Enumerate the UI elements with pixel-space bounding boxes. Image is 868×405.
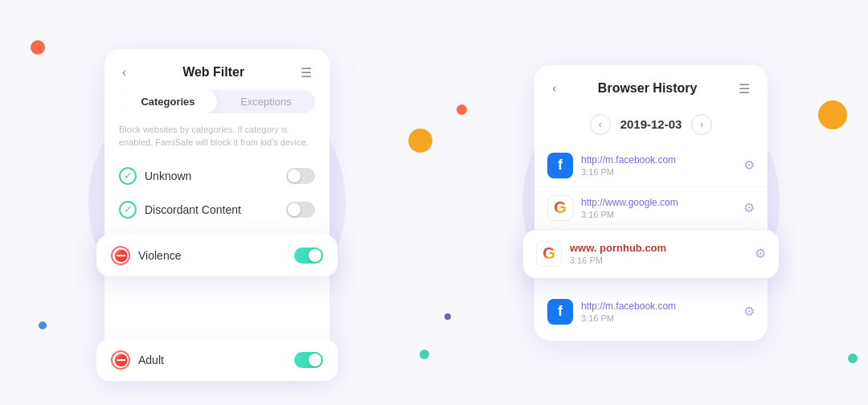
history-info-highlight: www. pornhub.com 3:16 PM: [570, 242, 747, 265]
history-info-1: http://www.google.com 3:16 PM: [581, 197, 735, 219]
history-back-button[interactable]: ‹: [549, 80, 559, 97]
history-highlight-card[interactable]: G www. pornhub.com 3:16 PM ⚙: [523, 230, 779, 278]
history-url-1: http://www.google.com: [581, 197, 735, 208]
toggle-violence[interactable]: [294, 248, 323, 264]
filter-label-unknown: Unknown: [145, 170, 286, 182]
back-button[interactable]: ‹: [119, 63, 129, 81]
date-label: 2019-12-03: [620, 117, 682, 131]
webfilter-header: ‹ Web Filter ☰: [104, 49, 330, 90]
filter-label-adult: Adult: [138, 354, 294, 366]
prohibit-icon-violence: ⛔: [111, 246, 130, 265]
history-title: Browser History: [559, 81, 735, 96]
violence-card: ⛔ Violence: [96, 235, 338, 276]
history-card: ‹ Browser History ☰ ‹ 2019-12-03 › f htt…: [534, 65, 768, 341]
filter-label-violence: Violence: [138, 249, 294, 262]
favicon-google-1: G: [547, 195, 573, 221]
history-list: f http://m.facebook.com 3:16 PM ⚙ G http…: [534, 145, 768, 341]
history-item-0[interactable]: f http://m.facebook.com 3:16 PM ⚙: [534, 145, 768, 187]
check-icon-unknown: ✓: [119, 167, 137, 185]
right-section: ‹ Browser History ☰ ‹ 2019-12-03 › f htt…: [434, 0, 868, 405]
gear-icon-1[interactable]: ⚙: [743, 200, 755, 215]
filter-description: Block websites by categories. If categor…: [104, 123, 330, 159]
gear-icon-3[interactable]: ⚙: [743, 304, 755, 319]
history-item-3[interactable]: f http://m.facebook.com 3:16 PM ⚙: [534, 291, 768, 333]
history-item-1[interactable]: G http://www.google.com 3:16 PM ⚙: [534, 187, 768, 230]
webfilter-title: Web Filter: [129, 65, 297, 80]
history-info-0: http://m.facebook.com 3:16 PM: [581, 154, 735, 177]
history-time-0: 3:16 PM: [581, 167, 735, 177]
toggle-unknown[interactable]: [286, 168, 315, 184]
favicon-google-highlight: G: [536, 241, 562, 267]
date-prev-button[interactable]: ‹: [590, 114, 611, 135]
left-section: ‹ Web Filter ☰ Categories Exceptions Blo…: [0, 0, 434, 405]
history-time-3: 3:16 PM: [581, 313, 735, 323]
prohibit-icon-adult: ⛔: [111, 350, 130, 370]
tab-exceptions[interactable]: Exceptions: [217, 90, 315, 113]
date-next-button[interactable]: ›: [691, 114, 712, 135]
history-url-0: http://m.facebook.com: [581, 154, 735, 166]
tab-bar: Categories Exceptions: [119, 90, 315, 113]
history-time-1: 3:16 PM: [581, 210, 735, 219]
filter-item-unknown: ✓ Unknown: [104, 159, 330, 193]
menu-button[interactable]: ☰: [297, 63, 315, 82]
favicon-fb-0: f: [547, 153, 573, 178]
history-url-highlight: www. pornhub.com: [570, 242, 747, 254]
gear-icon-highlight[interactable]: ⚙: [755, 246, 766, 261]
filter-item-discordant: ✓ Discordant Content: [104, 193, 330, 227]
gear-icon-0[interactable]: ⚙: [743, 158, 755, 173]
tab-categories[interactable]: Categories: [119, 90, 217, 113]
check-icon-discordant: ✓: [119, 201, 137, 219]
adult-card: ⛔ Adult: [96, 339, 338, 381]
favicon-fb-3: f: [547, 299, 573, 325]
history-url-3: http://m.facebook.com: [581, 301, 735, 312]
history-info-3: http://m.facebook.com 3:16 PM: [581, 301, 735, 323]
date-nav: ‹ 2019-12-03 ›: [534, 106, 768, 145]
filter-label-discordant: Discordant Content: [145, 203, 286, 216]
history-time-highlight: 3:16 PM: [570, 256, 747, 265]
history-menu-button[interactable]: ☰: [735, 80, 753, 98]
toggle-discordant[interactable]: [286, 202, 315, 218]
history-header: ‹ Browser History ☰: [534, 65, 768, 106]
webfilter-card: ‹ Web Filter ☰ Categories Exceptions Blo…: [104, 49, 330, 357]
toggle-adult[interactable]: [294, 352, 323, 368]
